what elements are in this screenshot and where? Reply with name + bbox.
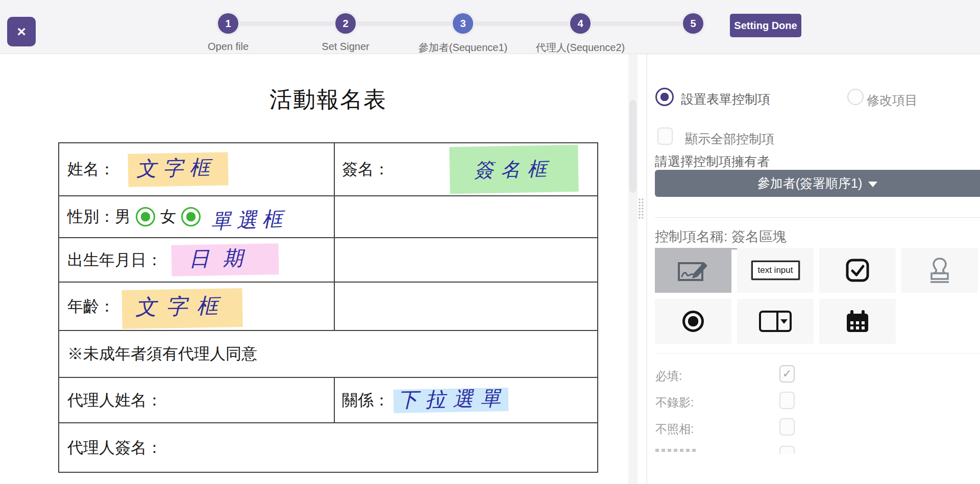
close-button[interactable]: ×	[7, 17, 36, 46]
table-row: 姓名： 文字框 簽名： 簽名框	[59, 143, 597, 196]
owner-dropdown-value: 參加者(簽署順序1)	[757, 175, 863, 192]
mode-radio-set-controls[interactable]	[655, 88, 674, 106]
show-all-controls-checkbox[interactable]	[657, 128, 673, 145]
control-cell-text-input[interactable]: text input	[737, 248, 814, 293]
step-4[interactable]: 4	[570, 13, 591, 34]
birth-label: 出生年月日：	[67, 249, 162, 271]
step-number: 4	[577, 18, 583, 30]
table-row: 代理人姓名： 關係： 下拉選單	[59, 378, 597, 423]
step-3-active[interactable]: 3	[453, 13, 473, 34]
text-field-highlight[interactable]: 文字框	[128, 152, 228, 187]
gender-label: 性別：男	[67, 206, 131, 227]
radio-male[interactable]	[136, 207, 155, 226]
section-divider	[655, 217, 980, 218]
clipped-option-text	[655, 449, 697, 452]
owner-prompt-label: 請選擇控制項擁有者	[655, 153, 770, 170]
agent-name-label: 代理人姓名：	[67, 390, 162, 411]
option-label-no-photo: 不照相:	[655, 421, 694, 437]
age-label: 年齡：	[67, 296, 115, 317]
screen: × 1 2 3 4 5 Open file Set Signer 參加者(Seq…	[0, 0, 980, 484]
text-field-highlight[interactable]: 文字框	[121, 288, 242, 328]
step-1[interactable]: 1	[218, 13, 238, 34]
clipped-option-checkbox[interactable]	[779, 446, 795, 454]
control-cell-date[interactable]	[819, 299, 896, 344]
step-label-agent: 代理人(Sequence2)	[509, 41, 652, 55]
sign-label: 簽名：	[342, 159, 389, 180]
step-number: 1	[225, 18, 231, 30]
caret-down-icon	[868, 182, 877, 187]
radio-button-icon	[682, 311, 704, 332]
resize-handle-dots-icon[interactable]	[638, 198, 645, 219]
dropdown-field-highlight[interactable]: 下拉選單	[394, 384, 510, 416]
no-recording-checkbox[interactable]	[779, 392, 795, 409]
section-divider	[655, 353, 980, 353]
setting-done-button[interactable]: Setting Done	[730, 14, 801, 37]
control-cell-radio[interactable]	[655, 299, 731, 344]
step-number: 2	[342, 18, 348, 30]
show-all-controls-label[interactable]: 顯示全部控制項	[685, 131, 774, 147]
partial-option-row	[655, 440, 980, 454]
owner-dropdown-button[interactable]: 參加者(簽署順序1)	[655, 170, 980, 197]
radio-female[interactable]	[181, 207, 201, 226]
date-field-highlight[interactable]: 日期	[171, 243, 279, 276]
name-label: 姓名：	[67, 159, 115, 180]
calendar-icon	[845, 309, 870, 334]
table-row: 性別：男 女 單選框	[59, 196, 597, 238]
note-text: ※未成年者須有代理人同意	[67, 343, 257, 365]
checkbox-icon	[845, 258, 870, 283]
mode-radio-modify-items-label[interactable]: 修改項目	[867, 92, 918, 109]
step-number: 5	[690, 18, 696, 30]
table-row: 年齡： 文字框	[59, 283, 597, 331]
panel-divider	[646, 54, 647, 484]
control-cell-checkbox[interactable]	[819, 248, 896, 293]
check-icon: ✓	[782, 367, 792, 380]
control-cell-signature[interactable]	[655, 248, 731, 293]
dropdown-icon	[759, 311, 792, 332]
table-row: ※未成年者須有代理人同意	[59, 331, 597, 378]
control-name-label[interactable]: 控制項名稱: 簽名區塊	[655, 227, 787, 249]
text-input-icon: text input	[751, 261, 800, 280]
stamp-icon	[925, 257, 954, 284]
relation-label: 關係：	[342, 390, 389, 411]
step-5[interactable]: 5	[683, 13, 703, 34]
agent-sign-label: 代理人簽名：	[67, 437, 162, 458]
document-title: 活動報名表	[185, 85, 471, 115]
mode-radio-modify-items[interactable]	[847, 89, 864, 105]
no-photo-checkbox[interactable]	[779, 418, 795, 436]
table-row: 代理人簽名：	[59, 423, 597, 472]
document-area: 活動報名表 姓名： 文字框 簽名： 簽名框 性別：男 女 單選框	[0, 54, 628, 484]
scrollbar-thumb[interactable]	[629, 100, 636, 193]
signature-field-highlight[interactable]: 簽名框	[449, 145, 579, 194]
option-label-required: 必填:	[655, 368, 682, 384]
control-cell-stamp[interactable]	[901, 248, 978, 293]
step-2[interactable]: 2	[335, 13, 356, 34]
control-cell-dropdown[interactable]	[737, 299, 814, 344]
registration-table: 姓名： 文字框 簽名： 簽名框 性別：男 女 單選框	[58, 142, 598, 473]
radio-field-annotation[interactable]: 單選框	[210, 205, 288, 235]
step-number: 3	[460, 18, 465, 30]
required-checkbox[interactable]: ✓	[779, 365, 795, 383]
table-row: 出生年月日： 日期	[59, 238, 597, 283]
close-icon: ×	[17, 23, 26, 40]
topbar: × 1 2 3 4 5 Open file Set Signer 參加者(Seq…	[0, 0, 980, 54]
option-label-no-recording: 不錄影:	[655, 395, 694, 411]
signature-icon	[676, 258, 710, 283]
gender-female-label: 女	[160, 206, 176, 227]
mode-radio-set-controls-label[interactable]: 設置表單控制項	[681, 91, 770, 108]
